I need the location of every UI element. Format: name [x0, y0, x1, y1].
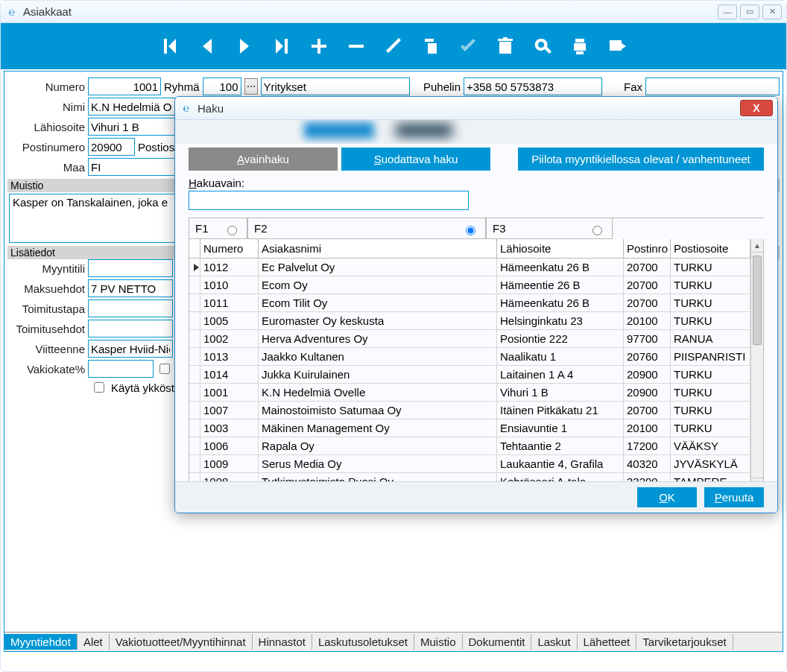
remove-icon[interactable]: [346, 36, 367, 57]
toimitustapa-label: Toimitustapa: [7, 302, 88, 315]
lahiosoite-label: Lähiosoite: [7, 121, 88, 133]
postinumero-input[interactable]: [88, 138, 135, 156]
toimitustapa-input[interactable]: [88, 299, 173, 317]
fax-label: Fax: [610, 80, 642, 93]
tools-icon[interactable]: [607, 36, 628, 57]
puhelin-label: Puhelin: [411, 80, 461, 93]
sort-radio-row: F1 F2 F3: [189, 218, 764, 239]
maximize-button[interactable]: ▭: [740, 4, 759, 19]
lahiosoite-input[interactable]: [88, 118, 177, 136]
ryhma-lookup-button[interactable]: ⋯: [244, 78, 258, 95]
table-row[interactable]: 1009Serus Media OyLaukaantie 4, Grafila4…: [189, 455, 763, 473]
viitteenne-input[interactable]: [88, 340, 173, 358]
prev-record-icon[interactable]: [197, 36, 218, 57]
results-grid[interactable]: Numero Asiakasnimi Lähiosoite Postinro P…: [189, 239, 764, 492]
radio-f3[interactable]: F3: [486, 218, 613, 239]
myyntitili-input[interactable]: [88, 259, 173, 277]
nimi-label: Nimi: [7, 101, 88, 113]
maksuehdot-label: Maksuehdot: [7, 282, 88, 295]
minimize-button[interactable]: —: [718, 4, 737, 19]
kayta-ykkostu-label: Käytä ykköstu: [111, 381, 180, 394]
tab-tarviketarjoukset[interactable]: Tarviketarjoukset: [636, 634, 733, 650]
app-icon: ℮: [5, 5, 19, 19]
table-row[interactable]: 1012Ec Palvelut OyHämeenkatu 26 B20700TU…: [189, 259, 763, 276]
tab-hinnastot[interactable]: Hinnastot: [253, 634, 312, 650]
tab-muistio[interactable]: Muistio: [414, 634, 463, 650]
last-record-icon[interactable]: [271, 36, 292, 57]
cancel-button[interactable]: Peruuta: [704, 487, 764, 507]
first-record-icon[interactable]: [159, 36, 180, 57]
search-icon[interactable]: [532, 36, 553, 57]
vakiokate-label: Vakiokate%: [7, 363, 88, 375]
bottom-tabs: MyyntiehdotAletVakiotuotteet/Myyntihinna…: [4, 632, 783, 651]
dialog-titlebar[interactable]: ℮ Haku X: [175, 97, 777, 120]
viitteenne-label: Viitteenne: [7, 343, 88, 355]
scroll-up-icon[interactable]: ▲: [751, 239, 763, 253]
edit-icon[interactable]: [383, 36, 404, 57]
ok-button[interactable]: OK: [637, 487, 697, 507]
table-row[interactable]: 1005Euromaster Oy keskustaHelsinginkatu …: [189, 312, 763, 330]
puhelin-input[interactable]: [464, 77, 602, 95]
table-row[interactable]: 1002Herva Adventures OyPosiontie 2229770…: [189, 330, 763, 348]
tab-l-hetteet[interactable]: Lähetteet: [578, 634, 637, 650]
close-window-button[interactable]: ✕: [762, 4, 782, 19]
tab-vakiotuotteet-myyntihinnat[interactable]: Vakiotuotteet/Myyntihinnat: [110, 634, 253, 650]
add-icon[interactable]: [309, 36, 329, 57]
radio-f2[interactable]: F2: [247, 218, 486, 239]
blurred-background-strip: [175, 120, 777, 144]
table-row[interactable]: 1011Ecom Tilit OyHämeenkatu 26 B20700TUR…: [189, 294, 763, 312]
tab-laskutusoletukset[interactable]: Laskutusoletukset: [312, 634, 414, 650]
toimitusehdot-input[interactable]: [88, 320, 173, 337]
table-row[interactable]: 1010Ecom OyHämeentie 26 B20700TURKU: [189, 276, 763, 294]
maa-label: Maa: [7, 161, 88, 174]
toimitusehdot-label: Toimitusehdot: [7, 323, 88, 335]
table-row[interactable]: 1013Jaakko KultanenNaalikatu 120760PIISP…: [189, 348, 763, 366]
table-row[interactable]: 1001K.N Hedelmiä OvelleVihuri 1 B20900TU…: [189, 384, 763, 402]
numero-label: Numero: [7, 80, 88, 93]
postinumero-label: Postinumero: [7, 141, 88, 153]
table-row[interactable]: 1006Rapala OyTehtaantie 217200VÄÄKSY: [189, 437, 763, 455]
current-row-marker-icon: [194, 264, 199, 271]
numero-input[interactable]: [88, 77, 161, 95]
grid-scrollbar[interactable]: ▲ ▼: [750, 239, 763, 491]
tab-laskut[interactable]: Laskut: [531, 634, 577, 650]
tab-myyntiehdot[interactable]: Myyntiehdot: [4, 634, 78, 650]
app-icon: ℮: [180, 101, 193, 115]
vakiokate-checkbox[interactable]: [159, 364, 170, 374]
maksuehdot-input[interactable]: [88, 279, 173, 297]
delete-icon[interactable]: [495, 36, 516, 57]
col-postiosoite[interactable]: Postiosoite: [671, 239, 750, 258]
fax-input[interactable]: [645, 77, 780, 95]
next-record-icon[interactable]: [234, 36, 255, 57]
hakuavain-input[interactable]: [189, 191, 469, 210]
dialog-title: Haku: [197, 102, 740, 115]
piilota-button[interactable]: Piilota myyntikiellossa olevat / vanhent…: [518, 148, 764, 171]
main-window-titlebar[interactable]: ℮ Asiakkaat — ▭ ✕: [1, 1, 786, 23]
dialog-close-button[interactable]: X: [740, 100, 773, 116]
maa-input[interactable]: [88, 158, 177, 176]
col-numero[interactable]: Numero: [200, 239, 259, 258]
vakiokate-input[interactable]: [88, 360, 154, 378]
print-icon[interactable]: [569, 36, 590, 57]
scroll-thumb[interactable]: [753, 256, 762, 345]
ryhma-input[interactable]: [203, 77, 241, 95]
nimi-input[interactable]: [88, 98, 177, 115]
tab-alet[interactable]: Alet: [78, 634, 110, 650]
col-postinro[interactable]: Postinro: [624, 239, 671, 258]
suodattava-haku-tab[interactable]: Suodattava haku: [341, 148, 490, 171]
copy-icon[interactable]: [420, 36, 441, 57]
tab-dokumentit[interactable]: Dokumentit: [463, 634, 532, 650]
radio-f1[interactable]: F1: [189, 218, 247, 239]
postiosoite-label: Postios: [138, 141, 174, 153]
table-row[interactable]: 1014Jukka KuirulainenLaitainen 1 A 42090…: [189, 366, 763, 384]
col-asiakasnimi[interactable]: Asiakasnimi: [259, 239, 497, 258]
confirm-icon[interactable]: [458, 36, 478, 57]
table-row[interactable]: 1007Mainostoimisto Satumaa OyItäinen Pit…: [189, 402, 763, 419]
window-title: Asiakkaat: [23, 5, 718, 18]
col-lahiosoite[interactable]: Lähiosoite: [497, 239, 624, 258]
avainhaku-tab[interactable]: Avainhaku: [189, 148, 338, 171]
kayta-ykkostu-checkbox[interactable]: [94, 382, 104, 393]
ryhma-name-input[interactable]: [261, 77, 410, 95]
search-dialog: ℮ Haku X Avainhaku Suodattava haku Piilo…: [174, 96, 778, 513]
table-row[interactable]: 1003Mäkinen Management OyEnsiavuntie 120…: [189, 419, 763, 437]
